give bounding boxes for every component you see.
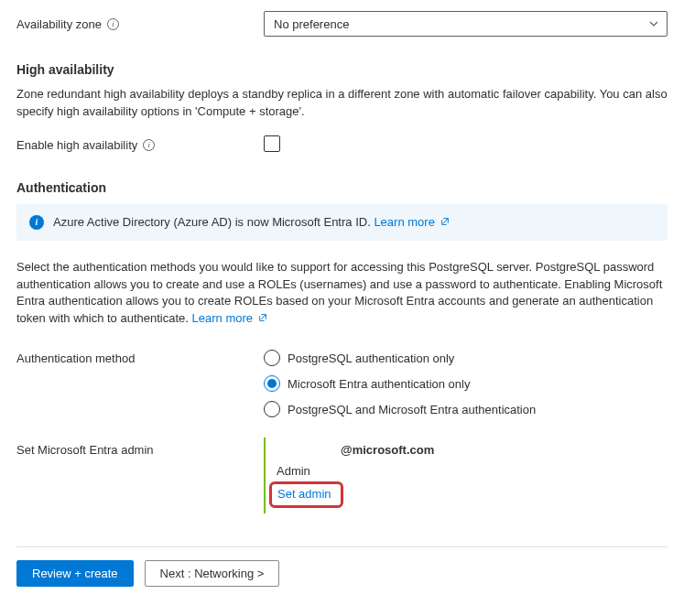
entra-rename-banner: i Azure Active Directory (Azure AD) is n… [16,204,668,241]
enable-ha-label: Enable high availability i [16,138,264,152]
set-admin-link[interactable]: Set admin [277,487,331,501]
info-icon[interactable]: i [107,18,119,30]
authentication-description-text: Select the authentication methods you wo… [16,260,662,326]
availability-zone-value: No preference [274,17,349,31]
external-link-icon [258,310,267,328]
set-admin-row: Set Microsoft Entra admin @microsoft.com… [16,443,668,508]
authentication-heading: Authentication [16,180,668,195]
auth-method-radio-group: PostgreSQL authentication only Microsoft… [264,350,668,417]
authentication-learn-more-link[interactable]: Learn more [192,311,267,325]
auth-option-entra-only[interactable]: Microsoft Entra authentication only [264,375,668,392]
high-availability-heading: High availability [16,62,668,77]
availability-zone-row: Availability zone i No preference [16,11,668,37]
radio-icon [264,401,280,417]
admin-vertical-bar [264,438,266,513]
enable-ha-row: Enable high availability i [16,135,668,155]
banner-learn-more-text: Learn more [374,215,434,229]
info-icon[interactable]: i [143,139,155,151]
auth-method-label: Authentication method [16,350,264,365]
banner-text: Azure Active Directory (Azure AD) is now… [53,215,374,229]
set-admin-label: Set Microsoft Entra admin [16,443,264,457]
review-create-button[interactable]: Review + create [16,560,134,587]
set-admin-label-text: Set Microsoft Entra admin [16,443,154,457]
enable-ha-checkbox[interactable] [264,135,280,152]
external-link-icon [440,215,450,229]
set-admin-control: @microsoft.com Admin Set admin [264,443,668,508]
availability-zone-select[interactable]: No preference [264,11,668,37]
banner-text-wrap: Azure Active Directory (Azure AD) is now… [53,215,450,229]
enable-ha-control [264,135,668,155]
admin-email: @microsoft.com [341,443,668,457]
auth-method-label-text: Authentication method [16,351,135,365]
enable-ha-label-text: Enable high availability [16,138,137,152]
banner-learn-more-link[interactable]: Learn more [374,215,449,229]
auth-option-both-label: PostgreSQL and Microsoft Entra authentic… [288,403,536,416]
radio-icon [264,350,280,366]
availability-zone-control: No preference [264,11,668,37]
auth-method-control: PostgreSQL authentication only Microsoft… [264,350,668,417]
auth-option-entra-only-label: Microsoft Entra authentication only [288,377,470,391]
authentication-learn-more-text: Learn more [192,311,253,325]
next-networking-button[interactable]: Next : Networking > [145,560,280,587]
availability-zone-label: Availability zone i [16,17,264,31]
auth-option-both[interactable]: PostgreSQL and Microsoft Entra authentic… [264,401,668,417]
auth-option-postgres-only-label: PostgreSQL authentication only [288,351,454,365]
chevron-down-icon [648,18,659,29]
auth-option-postgres-only[interactable]: PostgreSQL authentication only [264,350,668,366]
set-admin-highlight: Set admin [269,481,343,508]
wizard-footer: Review + create Next : Networking > [16,546,668,587]
availability-zone-label-text: Availability zone [16,17,102,31]
info-icon: i [29,215,44,230]
auth-method-row: Authentication method PostgreSQL authent… [16,350,668,417]
admin-role: Admin [277,464,668,478]
admin-content: @microsoft.com Admin Set admin [264,443,668,508]
high-availability-description: Zone redundant high availability deploys… [16,86,668,121]
authentication-description: Select the authentication methods you wo… [16,259,668,328]
radio-checked-icon [264,375,280,392]
